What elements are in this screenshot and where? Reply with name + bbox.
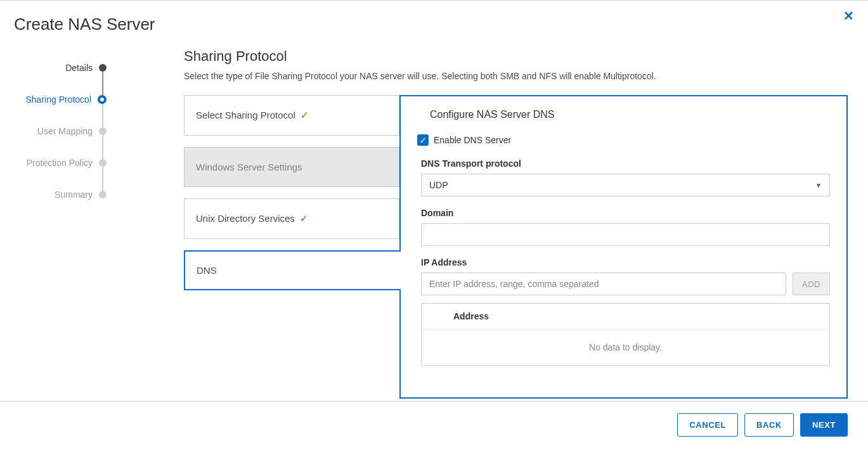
ip-address-input[interactable]: [421, 273, 786, 295]
section-title: Sharing Protocol: [184, 48, 848, 65]
back-button[interactable]: BACK: [744, 413, 794, 437]
step-label: Sharing Protocol: [25, 94, 91, 105]
step-connector: [102, 167, 103, 191]
step-connector: [102, 103, 103, 127]
substep-label: DNS: [197, 265, 217, 276]
dns-config-panel: Configure NAS Server DNS ✓ Enable DNS Se…: [399, 95, 848, 399]
page-title: Create NAS Server: [0, 1, 868, 41]
table-header-address: Address: [422, 304, 829, 330]
step-dot-icon: [99, 159, 107, 167]
wizard-stepper: Details Sharing Protocol User Mapping Pr…: [0, 41, 120, 210]
enable-dns-label: Enable DNS Server: [434, 135, 511, 145]
enable-dns-checkbox[interactable]: ✓: [417, 134, 429, 146]
step-details[interactable]: Details: [0, 52, 120, 84]
step-dot-icon: [99, 64, 107, 72]
substep-select-sharing-protocol[interactable]: Select Sharing Protocol ✓: [184, 95, 399, 136]
ip-label: IP Address: [421, 257, 830, 267]
substep-columns: Select Sharing Protocol ✓ Windows Server…: [184, 95, 848, 399]
substep-windows-server-settings[interactable]: Windows Server Settings: [184, 147, 399, 187]
substep-dns[interactable]: DNS: [184, 250, 401, 290]
step-label: Protection Policy: [27, 158, 93, 168]
substep-list: Select Sharing Protocol ✓ Windows Server…: [184, 95, 399, 290]
wizard-footer: CANCEL BACK NEXT: [0, 401, 868, 437]
ip-input-row: ADD: [421, 273, 830, 295]
transport-value: UDP: [429, 180, 448, 190]
step-label: Summary: [55, 189, 93, 200]
checkmark-icon: ✓: [300, 213, 308, 224]
close-icon[interactable]: ✕: [843, 10, 854, 22]
step-connector: [102, 135, 103, 159]
domain-field: Domain: [421, 208, 830, 246]
step-dot-icon: [99, 191, 107, 198]
substep-label: Windows Server Settings: [196, 162, 302, 172]
substep-label: Select Sharing Protocol: [196, 110, 295, 120]
step-connector: [102, 72, 103, 96]
table-empty-text: No data to display.: [422, 330, 829, 365]
substep-unix-directory-services[interactable]: Unix Directory Services ✓: [184, 198, 399, 239]
ip-address-table: Address No data to display.: [421, 303, 830, 366]
cancel-button[interactable]: CANCEL: [677, 413, 738, 437]
next-button[interactable]: NEXT: [800, 413, 848, 437]
step-label: User Mapping: [37, 126, 93, 136]
main-panel: Sharing Protocol Select the type of File…: [120, 41, 868, 399]
transport-label: DNS Transport protocol: [421, 158, 830, 169]
transport-select[interactable]: UDP ▼: [421, 174, 830, 196]
domain-label: Domain: [421, 208, 830, 218]
wizard-body: Details Sharing Protocol User Mapping Pr…: [0, 41, 868, 399]
wizard-dialog: ✕ Create NAS Server Details Sharing Prot…: [0, 0, 868, 462]
domain-input[interactable]: [421, 223, 830, 246]
ip-field: IP Address ADD Address No data to displa…: [421, 257, 830, 366]
substep-label: Unix Directory Services: [196, 213, 295, 224]
enable-dns-row: ✓ Enable DNS Server: [417, 134, 830, 146]
step-label: Details: [65, 63, 93, 73]
step-dot-icon: [99, 127, 107, 135]
step-dot-icon: [98, 95, 107, 104]
dns-panel-title: Configure NAS Server DNS: [430, 109, 830, 120]
section-description: Select the type of File Sharing Protocol…: [184, 71, 848, 81]
transport-field: DNS Transport protocol UDP ▼: [421, 158, 830, 196]
checkmark-icon: ✓: [301, 110, 309, 120]
add-ip-button[interactable]: ADD: [793, 273, 830, 295]
chevron-down-icon: ▼: [815, 182, 822, 189]
